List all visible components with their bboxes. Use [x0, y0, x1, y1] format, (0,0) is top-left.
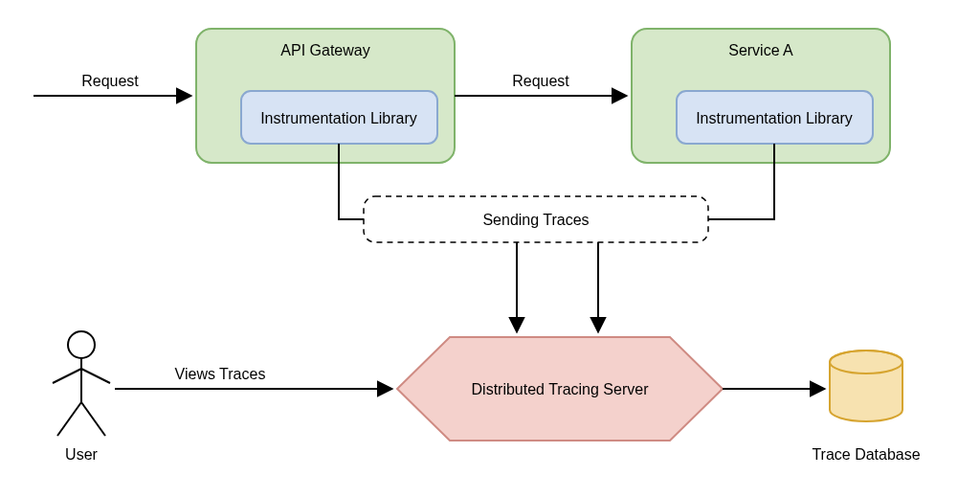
- views-traces-label: Views Traces: [175, 366, 266, 382]
- tracing-server-label: Distributed Tracing Server: [472, 381, 650, 397]
- lib1-to-server-edge: [339, 144, 517, 332]
- tracing-server-node: Distributed Tracing Server: [397, 337, 723, 441]
- sending-traces-label: Sending Traces: [482, 212, 589, 228]
- user-node: [53, 331, 110, 436]
- lib2-to-server-edge: [598, 144, 774, 332]
- request-1-edge: Request: [33, 73, 191, 96]
- instrumentation-library-2-label: Instrumentation Library: [696, 110, 853, 126]
- request-2-label: Request: [512, 73, 569, 89]
- service-a-label: Service A: [728, 42, 793, 58]
- user-label: User: [65, 446, 98, 463]
- sending-traces-node: Sending Traces: [364, 196, 708, 242]
- trace-database-node: Trace Database: [812, 351, 920, 463]
- api-gateway-label: API Gateway: [280, 42, 369, 58]
- request-1-label: Request: [81, 73, 139, 89]
- api-gateway-node: API Gateway Instrumentation Library: [196, 29, 455, 163]
- service-a-node: Service A Instrumentation Library: [632, 29, 890, 163]
- svg-line-8: [53, 369, 81, 383]
- svg-line-9: [81, 369, 110, 383]
- svg-line-10: [57, 402, 81, 436]
- svg-point-6: [68, 331, 95, 358]
- instrumentation-library-1-label: Instrumentation Library: [260, 110, 417, 126]
- views-traces-edge: Views Traces: [115, 366, 392, 389]
- trace-database-label: Trace Database: [812, 446, 920, 463]
- architecture-diagram: API Gateway Instrumentation Library Serv…: [0, 0, 980, 498]
- request-2-edge: Request: [455, 73, 627, 96]
- svg-line-11: [81, 402, 105, 436]
